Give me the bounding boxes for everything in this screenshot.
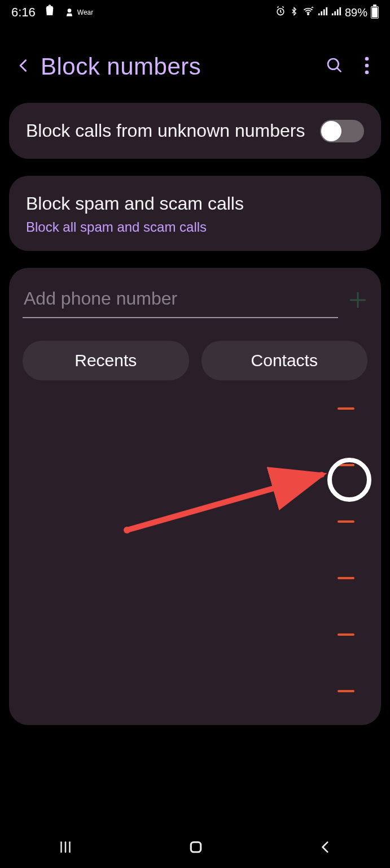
page-title: Block numbers	[41, 53, 326, 80]
minus-icon	[338, 633, 354, 636]
nav-recents-button[interactable]	[57, 839, 74, 858]
status-right-group: 89%	[275, 6, 379, 20]
clock-text: 6:16	[11, 5, 36, 20]
remove-number-button[interactable]	[335, 397, 357, 420]
bluetooth-icon	[290, 6, 299, 20]
svg-point-15	[365, 71, 369, 75]
add-number-button[interactable]	[348, 290, 367, 314]
system-nav-bar	[0, 828, 390, 868]
svg-rect-8	[334, 11, 336, 15]
svg-rect-5	[323, 9, 325, 15]
recents-button[interactable]: Recents	[23, 341, 189, 380]
minus-icon	[338, 577, 354, 579]
toggle-knob	[321, 121, 341, 141]
block-spam-subtitle: Block all spam and scam calls	[26, 219, 364, 235]
status-bar: 6:16 Wear 89%	[0, 0, 390, 25]
minus-icon	[338, 407, 354, 410]
block-spam-card[interactable]: Block spam and scam calls Block all spam…	[9, 176, 381, 251]
nav-back-button[interactable]	[318, 839, 333, 858]
battery-icon	[371, 6, 379, 19]
remove-number-button[interactable]	[335, 454, 357, 476]
svg-rect-4	[321, 11, 322, 15]
phone-number-input[interactable]	[23, 285, 338, 318]
signal-2-icon	[331, 6, 341, 19]
alarm-icon	[275, 6, 286, 20]
wear-label: Wear	[77, 8, 93, 16]
svg-rect-24	[191, 842, 201, 852]
minus-icon	[338, 520, 354, 523]
block-unknown-toggle[interactable]	[320, 120, 364, 142]
svg-rect-7	[332, 13, 334, 15]
wear-app-icon: Wear	[64, 7, 93, 18]
more-options-button[interactable]	[364, 57, 370, 77]
svg-line-12	[337, 68, 341, 72]
svg-rect-3	[318, 13, 320, 15]
blocked-list-item	[23, 550, 367, 606]
svg-point-0	[67, 8, 71, 12]
app-header: Block numbers	[0, 25, 390, 103]
status-left-group: 6:16 Wear	[11, 5, 93, 20]
svg-point-13	[365, 57, 369, 61]
remove-number-button[interactable]	[335, 680, 357, 702]
blocked-list-item	[23, 380, 367, 437]
svg-point-14	[365, 64, 369, 68]
wifi-icon	[302, 6, 314, 20]
svg-rect-9	[337, 9, 339, 15]
blocked-list-item	[23, 663, 367, 719]
search-button[interactable]	[326, 57, 344, 77]
shopping-bag-icon	[43, 5, 56, 20]
contacts-button[interactable]: Contacts	[201, 341, 368, 380]
blocked-list-item	[23, 437, 367, 493]
minus-icon	[338, 464, 354, 466]
signal-1-icon	[318, 6, 328, 19]
remove-number-button[interactable]	[335, 623, 357, 646]
minus-icon	[338, 690, 354, 692]
block-spam-title: Block spam and scam calls	[26, 192, 364, 216]
svg-rect-6	[326, 7, 327, 15]
back-button[interactable]	[16, 55, 32, 79]
add-number-section: Recents Contacts	[9, 268, 381, 725]
svg-rect-10	[339, 7, 341, 15]
block-unknown-title: Block calls from unknown numbers	[26, 119, 305, 143]
battery-percent: 89%	[345, 6, 367, 19]
blocked-list-item	[23, 606, 367, 663]
blocked-list-item	[23, 493, 367, 550]
block-unknown-card[interactable]: Block calls from unknown numbers	[9, 103, 381, 159]
nav-home-button[interactable]	[187, 839, 204, 858]
remove-number-button[interactable]	[335, 510, 357, 533]
svg-point-2	[308, 13, 309, 15]
remove-number-button[interactable]	[335, 567, 357, 589]
